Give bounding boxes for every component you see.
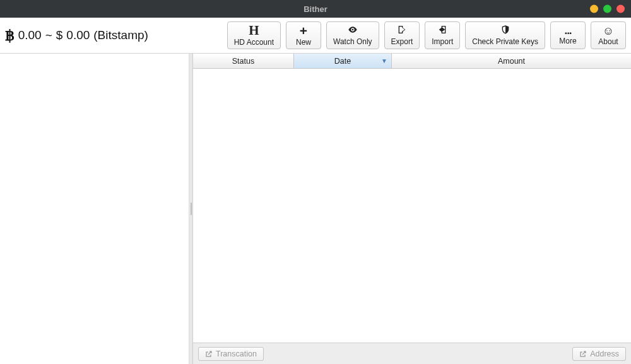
shield-icon <box>500 25 511 37</box>
sort-descending-icon: ▼ <box>381 57 387 64</box>
column-date-label: Date <box>334 57 351 66</box>
about-button[interactable]: ☺ About <box>591 21 626 49</box>
bitcoin-icon: ฿ <box>5 27 15 44</box>
content-panel: Status Date ▼ Amount Transcation <box>193 54 631 364</box>
export-button[interactable]: Export <box>384 21 420 49</box>
sidebar <box>0 54 189 364</box>
hd-account-label: HD Account <box>234 38 274 47</box>
export-label: Export <box>391 37 413 46</box>
minimize-button[interactable] <box>590 5 598 13</box>
plus-icon: + <box>300 24 307 37</box>
address-button[interactable]: Address <box>572 347 626 361</box>
transaction-label: Transcation <box>216 349 257 358</box>
more-button[interactable]: ... More <box>550 21 586 49</box>
fiat-amount: 0.00 <box>66 28 90 42</box>
column-amount[interactable]: Amount <box>392 54 631 68</box>
exchange-name: (Bitstamp) <box>93 28 148 42</box>
export-icon <box>396 25 408 37</box>
btc-amount: 0.00 <box>18 28 42 42</box>
about-label: About <box>598 37 618 46</box>
footer: Transcation Address <box>193 343 631 364</box>
import-label: Import <box>432 37 453 46</box>
column-status[interactable]: Status <box>193 54 294 68</box>
column-date[interactable]: Date ▼ <box>294 54 392 68</box>
watch-only-button[interactable]: Watch Only <box>326 21 379 49</box>
import-button[interactable]: Import <box>425 21 460 49</box>
balance-display: ฿ 0.00 ~ $ 0.00 (Bitstamp) <box>5 27 148 44</box>
column-amount-label: Amount <box>498 57 525 66</box>
maximize-button[interactable] <box>603 5 611 13</box>
new-button[interactable]: + New <box>286 21 321 49</box>
transaction-button[interactable]: Transcation <box>198 347 264 361</box>
window-controls <box>590 5 625 13</box>
titlebar: Bither <box>0 0 631 18</box>
letter-h-icon: H <box>249 24 259 37</box>
smile-icon: ☺ <box>603 25 614 37</box>
fiat-symbol: $ <box>56 28 63 42</box>
external-link-icon <box>205 350 213 358</box>
table-body <box>193 69 631 343</box>
more-icon: ... <box>564 25 571 36</box>
toolbar: ฿ 0.00 ~ $ 0.00 (Bitstamp) H HD Account … <box>0 18 631 54</box>
import-icon <box>436 25 449 37</box>
close-button[interactable] <box>616 5 625 13</box>
external-link-icon <box>579 350 587 358</box>
hd-account-button[interactable]: H HD Account <box>227 21 281 49</box>
window-title: Bither <box>304 4 327 14</box>
table-header: Status Date ▼ Amount <box>193 54 631 69</box>
column-status-label: Status <box>232 57 254 66</box>
check-private-keys-button[interactable]: Check Private Keys <box>465 21 545 49</box>
watch-only-label: Watch Only <box>333 37 372 46</box>
address-label: Address <box>590 349 619 358</box>
check-private-keys-label: Check Private Keys <box>472 37 538 46</box>
main-area: Status Date ▼ Amount Transcation <box>0 54 631 364</box>
eye-icon <box>346 25 359 37</box>
more-label: More <box>559 37 576 45</box>
new-label: New <box>296 38 311 47</box>
balance-separator: ~ <box>45 28 52 42</box>
